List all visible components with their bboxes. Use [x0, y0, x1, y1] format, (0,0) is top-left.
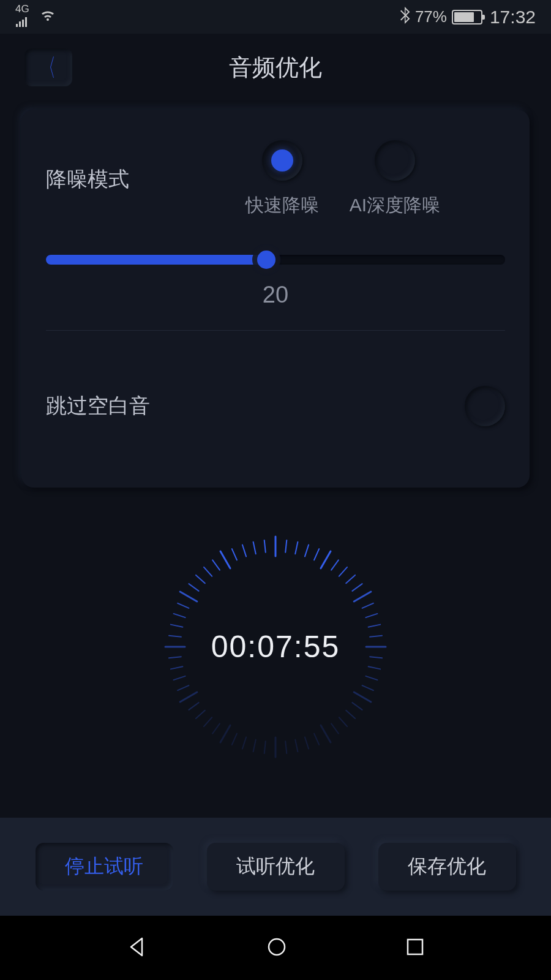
svg-line-48: [174, 614, 186, 617]
svg-line-53: [204, 567, 212, 576]
svg-line-42: [174, 676, 186, 680]
preview-optimize-button[interactable]: 试听优化: [207, 843, 345, 891]
settings-card: 降噪模式 快速降噪 AI深度降噪 20 跳过空白音: [21, 110, 530, 488]
stop-preview-button[interactable]: 停止试听: [36, 843, 173, 891]
back-button[interactable]: 〈: [24, 48, 72, 86]
signal-icon: [15, 14, 31, 30]
svg-line-25: [321, 725, 331, 742]
svg-line-14: [370, 636, 382, 637]
svg-point-60: [269, 939, 285, 955]
nav-back-icon[interactable]: [126, 936, 148, 960]
svg-line-19: [362, 685, 373, 690]
svg-line-43: [171, 666, 183, 669]
svg-line-57: [242, 545, 246, 557]
status-right: 77% 17:32: [399, 7, 536, 28]
divider: [46, 330, 505, 331]
svg-line-46: [169, 636, 181, 637]
skip-silence-label: 跳过空白音: [46, 392, 150, 420]
svg-line-20: [354, 692, 371, 702]
dial-ticks-icon: [159, 530, 392, 763]
bluetooth-icon: [399, 7, 410, 28]
svg-line-38: [196, 710, 205, 718]
svg-line-41: [178, 685, 189, 690]
svg-line-8: [346, 575, 355, 583]
svg-line-44: [169, 657, 181, 658]
svg-line-5: [321, 551, 331, 568]
svg-line-12: [365, 614, 377, 617]
svg-line-33: [242, 737, 246, 748]
noise-reduction-row: 降噪模式 快速降噪 AI深度降噪: [46, 140, 505, 218]
svg-line-6: [331, 560, 339, 570]
svg-line-29: [285, 741, 287, 753]
slider-fill: [46, 255, 266, 265]
svg-line-17: [369, 666, 381, 669]
svg-line-39: [189, 703, 198, 710]
radio-fast-noise-reduction[interactable]: 快速降噪: [246, 140, 319, 218]
svg-line-28: [295, 740, 298, 752]
svg-line-40: [180, 692, 197, 702]
timer-dial: 00:07:55: [159, 530, 392, 763]
svg-line-4: [314, 549, 319, 560]
svg-line-10: [354, 592, 371, 601]
battery-percent: 77%: [415, 7, 447, 26]
noise-reduction-radio-group: 快速降噪 AI深度降噪: [181, 140, 505, 218]
radio-circle: [375, 140, 415, 181]
svg-line-9: [352, 584, 362, 591]
noise-reduction-label: 降噪模式: [46, 165, 168, 194]
nav-recent-icon[interactable]: [405, 937, 425, 959]
skip-silence-toggle[interactable]: [465, 386, 505, 426]
svg-line-55: [220, 551, 230, 568]
svg-line-34: [232, 734, 237, 745]
network-label: 4G: [15, 4, 29, 14]
svg-line-51: [189, 584, 198, 591]
svg-line-23: [339, 717, 347, 726]
svg-line-2: [295, 542, 298, 554]
header: 〈 音频优化: [0, 34, 551, 101]
svg-line-52: [196, 575, 205, 583]
nav-home-icon[interactable]: [266, 936, 288, 960]
chevron-left-icon: 〈: [41, 51, 56, 85]
slider-value: 20: [46, 282, 505, 308]
svg-line-3: [305, 545, 309, 557]
radio-fast-label: 快速降噪: [246, 193, 319, 218]
timer-dial-container: 00:07:55: [0, 530, 551, 763]
svg-line-7: [339, 567, 347, 576]
network-indicator: 4G: [15, 4, 31, 30]
svg-line-16: [370, 657, 382, 658]
save-optimize-button[interactable]: 保存优化: [378, 843, 516, 891]
wifi-icon: [39, 7, 57, 26]
svg-line-49: [178, 603, 189, 608]
bottom-action-bar: 停止试听 试听优化 保存优化: [0, 818, 551, 916]
radio-ai-deep-noise-reduction[interactable]: AI深度降噪: [350, 140, 440, 218]
svg-line-32: [253, 740, 256, 752]
svg-line-50: [180, 592, 197, 601]
svg-line-22: [346, 710, 355, 718]
svg-line-56: [232, 549, 237, 560]
svg-line-1: [285, 540, 287, 552]
svg-line-37: [204, 717, 212, 726]
radio-circle-selected: [262, 140, 302, 181]
svg-line-13: [369, 625, 381, 627]
svg-line-35: [220, 725, 230, 742]
svg-line-31: [264, 741, 266, 753]
svg-line-58: [253, 542, 256, 554]
page-title: 音频优化: [229, 52, 322, 83]
radio-ai-deep-label: AI深度降噪: [350, 193, 440, 218]
svg-line-24: [331, 723, 339, 733]
slider-thumb[interactable]: [257, 251, 276, 269]
status-left: 4G: [15, 4, 57, 30]
svg-line-11: [362, 603, 373, 608]
battery-icon: [452, 10, 482, 24]
svg-line-59: [264, 540, 266, 552]
system-nav-bar: [0, 916, 551, 980]
svg-line-36: [212, 723, 220, 733]
svg-line-18: [365, 676, 377, 680]
svg-line-26: [314, 734, 319, 745]
svg-line-54: [212, 560, 220, 570]
clock: 17:32: [490, 7, 536, 28]
svg-line-21: [352, 703, 362, 710]
svg-line-47: [171, 625, 183, 627]
noise-reduction-slider[interactable]: 20: [46, 255, 505, 308]
svg-line-27: [305, 737, 309, 748]
status-bar: 4G 77% 17:32: [0, 0, 551, 34]
